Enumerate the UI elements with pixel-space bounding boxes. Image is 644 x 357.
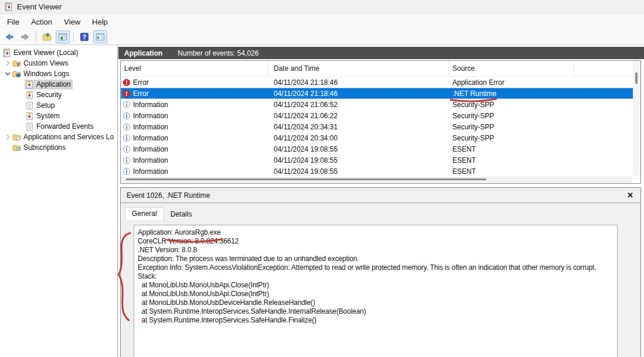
menu-file[interactable]: File xyxy=(1,16,25,28)
chevron-right-icon[interactable] xyxy=(4,133,12,141)
application-log-icon xyxy=(25,80,34,89)
event-row-selected[interactable]: Error 04/11/2024 21:18:46 .NET Runtime xyxy=(121,88,640,99)
event-row[interactable]: Error 04/11/2024 21:18:46 Application Er… xyxy=(121,77,640,88)
system-log-icon xyxy=(25,112,34,121)
detail-line-stack: at System.Runtime.InteropServices.SafeHa… xyxy=(138,316,614,325)
menu-action[interactable]: Action xyxy=(25,16,58,28)
vertical-scrollbar-thumb[interactable] xyxy=(635,73,638,84)
tree-item-label: Setup xyxy=(36,101,54,109)
back-icon xyxy=(5,32,14,42)
detail-line-stack: at MonoLibUsb.MonoUsbApi.Close(IntPtr) xyxy=(138,290,614,298)
tree-item-windows-logs[interactable]: Windows Logs xyxy=(0,68,117,79)
tree-item-label: Forwarded Events xyxy=(36,122,93,131)
information-icon xyxy=(122,167,131,176)
tree-item-forwarded-events[interactable]: Forwarded Events xyxy=(0,121,117,132)
toolbar-separator xyxy=(36,32,36,42)
detail-line: Stack: xyxy=(138,272,614,281)
detail-line-stack: at MonoLibUsb.MonoUsbDeviceHandle.Releas… xyxy=(138,298,614,307)
tree-item-label: Application xyxy=(36,80,71,88)
event-description-box[interactable]: Application: AuroraRgb.exe CoreCLR Versi… xyxy=(134,225,618,357)
apps-services-folder-icon xyxy=(12,133,21,142)
detail-line-stack: at System.Runtime.InteropServices.SafeHa… xyxy=(138,307,614,316)
event-list: Level Date and Time Source Error 04/11/2… xyxy=(120,60,641,184)
security-log-icon xyxy=(25,91,34,99)
tree-item-custom-views[interactable]: Custom Views xyxy=(0,58,117,68)
event-row[interactable]: Information 04/11/2024 21:06:52 Security… xyxy=(121,99,640,110)
toolbar-separator xyxy=(73,32,74,42)
menu-help[interactable]: Help xyxy=(86,16,114,28)
log-name: Application xyxy=(124,49,162,57)
event-viewer-icon xyxy=(2,49,11,57)
vertical-scrollbar[interactable] xyxy=(633,61,640,176)
tree-item-label: Custom Views xyxy=(23,59,68,67)
list-column-headers: Level Date and Time Source xyxy=(121,61,640,77)
tree-item-application[interactable]: Application xyxy=(0,79,117,90)
tree-item-label: System xyxy=(36,112,60,120)
tree-item-label: Event Viewer (Local) xyxy=(13,49,79,57)
event-count: Number of events: 54,026 xyxy=(178,49,258,57)
tree-item-security[interactable]: Security xyxy=(0,90,117,100)
expander-spacer xyxy=(4,143,12,152)
forward-button[interactable] xyxy=(18,30,32,43)
information-icon xyxy=(122,101,131,109)
detail-title: Event 1026, .NET Runtime xyxy=(127,191,626,200)
error-icon xyxy=(122,78,131,87)
event-row[interactable]: Information 04/11/2024 19:08:55 ESENT xyxy=(121,155,640,166)
subscriptions-folder-icon xyxy=(12,143,21,152)
chevron-right-icon[interactable] xyxy=(4,59,12,67)
tree-item-setup[interactable]: Setup xyxy=(0,100,117,111)
console-tree-icon xyxy=(58,32,67,42)
tab-details[interactable]: Details xyxy=(164,208,199,221)
menu-view[interactable]: View xyxy=(58,16,86,28)
close-icon[interactable]: ✕ xyxy=(626,191,635,200)
console-tree: Event Viewer (Local) Custom Views Window… xyxy=(0,45,118,357)
window-title: Event Viewer xyxy=(17,2,62,11)
open-saved-log-button[interactable] xyxy=(40,30,54,43)
tree-item-label: Applications and Services Lo xyxy=(23,133,114,141)
information-icon xyxy=(122,134,131,142)
tree-item-subscriptions[interactable]: Subscriptions xyxy=(0,142,117,153)
chevron-down-icon[interactable] xyxy=(4,70,12,78)
setup-log-icon xyxy=(25,101,34,110)
column-header-source[interactable]: Source xyxy=(449,61,574,77)
column-header-empty xyxy=(574,61,640,77)
tree-item-applications-services-logs[interactable]: Applications and Services Lo xyxy=(0,132,117,142)
tree-item-event-viewer-local[interactable]: Event Viewer (Local) xyxy=(0,47,117,58)
horizontal-scrollbar-thumb[interactable] xyxy=(126,179,486,180)
error-icon xyxy=(122,90,131,98)
tree-item-label: Windows Logs xyxy=(23,70,69,78)
event-row[interactable]: Information 04/11/2024 20:34:31 Security… xyxy=(121,121,640,132)
help-icon xyxy=(80,32,89,42)
event-detail-pane: Event 1026, .NET Runtime ✕ General Detai… xyxy=(120,187,641,357)
tab-general[interactable]: General xyxy=(125,207,164,221)
open-saved-log-icon xyxy=(42,32,52,42)
show-console-tree-button[interactable] xyxy=(56,30,70,43)
forward-icon xyxy=(21,32,30,42)
column-header-level[interactable]: Level xyxy=(121,61,268,77)
forwarded-events-log-icon xyxy=(25,122,34,131)
column-header-datetime[interactable]: Date and Time xyxy=(268,61,449,77)
information-icon xyxy=(122,156,131,164)
event-row[interactable]: Information 04/11/2024 20:34:00 Security… xyxy=(121,132,640,143)
horizontal-scrollbar[interactable] xyxy=(121,177,632,183)
log-header-bar: Application Number of events: 54,026 xyxy=(118,47,644,59)
windows-logs-folder-icon xyxy=(12,70,21,78)
information-icon xyxy=(122,145,131,153)
show-action-pane-button[interactable] xyxy=(93,30,107,43)
event-row[interactable]: Information 04/11/2024 19:08:55 ESENT xyxy=(121,143,640,155)
detail-line-stack: at MonoLibUsb.MonoUsbApi.Close(IntPtr) xyxy=(138,281,614,290)
detail-title-bar: Event 1026, .NET Runtime ✕ xyxy=(121,188,640,203)
information-icon xyxy=(122,123,131,131)
title-bar: Event Viewer xyxy=(0,0,644,14)
menu-bar: File Action View Help xyxy=(0,14,644,29)
detail-line: CoreCLR Version: 8.0.824.36612 xyxy=(138,237,614,246)
detail-line-application: Application: AuroraRgb.exe xyxy=(138,228,614,237)
event-row[interactable]: Information 04/11/2024 19:08:55 ESENT xyxy=(121,166,640,177)
tree-item-label: Subscriptions xyxy=(23,143,66,152)
annotated-app-name: AuroraRgb.exe xyxy=(175,228,221,236)
event-row[interactable]: Information 04/11/2024 21:06:22 Security… xyxy=(121,110,640,121)
tree-item-system[interactable]: System xyxy=(0,111,117,121)
back-button[interactable] xyxy=(2,30,16,43)
detail-line: .NET Version: 8.0.8 xyxy=(138,246,614,255)
help-button[interactable] xyxy=(77,30,91,43)
